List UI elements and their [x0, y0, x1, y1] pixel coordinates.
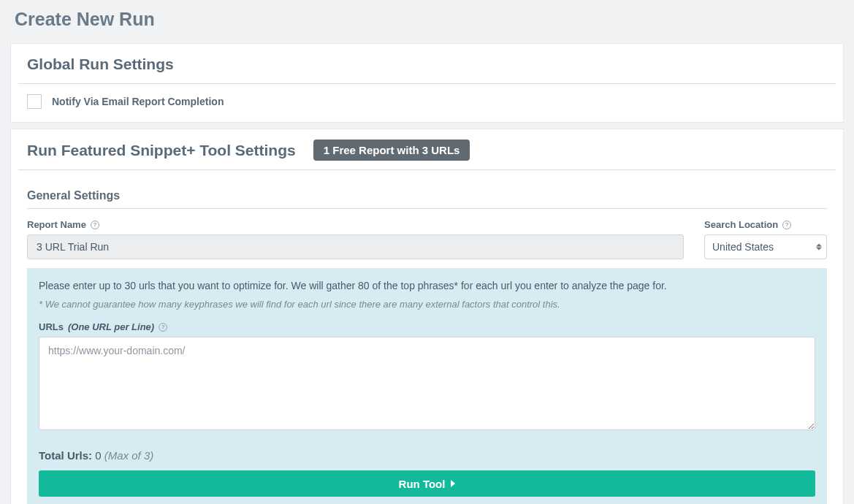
notify-email-label: Notify Via Email Report Completion [52, 96, 224, 107]
global-settings-panel: Global Run Settings Notify Via Email Rep… [10, 43, 844, 123]
urls-textarea[interactable] [39, 337, 815, 430]
divider [27, 208, 827, 209]
total-urls-label: Total Urls: [39, 449, 92, 462]
urls-label: URLs (One URL per Line) ? [39, 321, 815, 332]
general-settings-header: General Settings [11, 170, 843, 208]
help-icon[interactable]: ? [91, 221, 99, 229]
global-settings-header: Global Run Settings [11, 44, 843, 83]
help-icon[interactable]: ? [782, 221, 791, 229]
search-location-select[interactable]: United States [704, 234, 827, 259]
run-tool-button[interactable]: Run Tool [39, 470, 815, 497]
run-tool-label: Run Tool [399, 478, 446, 490]
report-name-label: Report Name ? [27, 219, 684, 230]
chevron-right-icon [451, 480, 455, 487]
tool-settings-header: Run Featured Snippet+ Tool Settings [27, 142, 296, 159]
urls-perline-text: (One URL per Line) [68, 321, 154, 332]
help-icon[interactable]: ? [159, 323, 167, 332]
search-location-label-text: Search Location [704, 219, 778, 230]
total-urls-count: 0 [95, 449, 101, 462]
page-title: Create New Run [0, 0, 854, 43]
free-report-badge: 1 Free Report with 3 URLs [313, 140, 470, 161]
total-urls-max: (Max of 3) [104, 449, 154, 462]
urls-info-box: Please enter up to 30 urls that you want… [27, 268, 827, 504]
urls-label-text: URLs [39, 321, 64, 332]
total-urls-row: Total Urls: 0 (Max of 3) [39, 449, 815, 462]
notify-email-checkbox[interactable] [27, 94, 42, 109]
report-name-input[interactable] [27, 234, 684, 259]
search-location-label: Search Location ? [704, 219, 827, 230]
urls-info-note: * We cannot guarantee how many keyphrase… [39, 299, 815, 310]
tool-settings-panel: Run Featured Snippet+ Tool Settings 1 Fr… [10, 129, 844, 504]
report-name-label-text: Report Name [27, 219, 86, 230]
urls-info-text: Please enter up to 30 urls that you want… [39, 280, 815, 291]
